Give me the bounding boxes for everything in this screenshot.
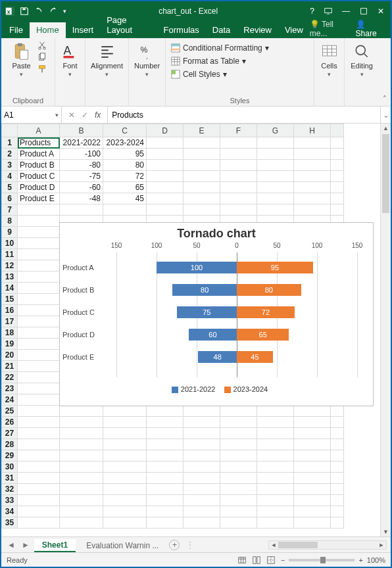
- cell-B33[interactable]: [60, 495, 103, 506]
- cell-A17[interactable]: [18, 316, 60, 327]
- cell-F3[interactable]: [220, 160, 257, 171]
- expand-formula-bar-icon[interactable]: ⌄: [380, 106, 391, 123]
- chevron-down-icon[interactable]: ▾: [55, 112, 59, 118]
- row-header-34[interactable]: 34: [2, 506, 18, 517]
- zoom-in-icon[interactable]: +: [358, 556, 362, 564]
- col-header-C[interactable]: C: [103, 124, 147, 137]
- cell-C27[interactable]: [103, 428, 147, 439]
- chart-bar-series1[interactable]: 48: [198, 351, 237, 363]
- page-break-view-icon[interactable]: [266, 556, 276, 565]
- cell-F30[interactable]: [220, 462, 257, 473]
- chart-bar-series2[interactable]: 72: [237, 306, 295, 318]
- row-header-4[interactable]: 4: [2, 171, 18, 182]
- cell-A32[interactable]: [18, 484, 60, 495]
- cell-B7[interactable]: [60, 204, 103, 216]
- cell-E33[interactable]: [184, 495, 220, 506]
- maximize-icon[interactable]: [359, 7, 368, 16]
- chart-bar-series1[interactable]: 100: [157, 262, 237, 273]
- cell-A2[interactable]: Product A: [18, 149, 60, 160]
- row-header-10[interactable]: 10: [2, 238, 18, 249]
- row-header-31[interactable]: 31: [2, 473, 18, 484]
- cell-D4[interactable]: [147, 171, 184, 182]
- cell-C33[interactable]: [103, 495, 147, 506]
- cell-F7[interactable]: [220, 204, 257, 216]
- cell-G34[interactable]: [257, 506, 294, 517]
- cell-B26[interactable]: [60, 417, 103, 428]
- cell-C34[interactable]: [103, 506, 147, 517]
- cell-H1[interactable]: [294, 137, 331, 149]
- tab-formulas[interactable]: Formulas: [157, 22, 206, 38]
- cell-E28[interactable]: [184, 439, 220, 450]
- cell-D25[interactable]: [147, 406, 184, 417]
- cell-G29[interactable]: [257, 450, 294, 462]
- cell-F28[interactable]: [220, 439, 257, 450]
- cell-E31[interactable]: [184, 473, 220, 484]
- cell-B4[interactable]: -75: [60, 171, 103, 182]
- col-header-F[interactable]: F: [220, 124, 257, 137]
- cell-D30[interactable]: [147, 462, 184, 473]
- col-header-G[interactable]: G: [257, 124, 294, 137]
- cell-C5[interactable]: 65: [103, 182, 147, 193]
- cell-F2[interactable]: [220, 149, 257, 160]
- cell-C3[interactable]: 80: [103, 160, 147, 171]
- col-header-A[interactable]: A: [18, 124, 60, 137]
- cell-C4[interactable]: 72: [103, 171, 147, 182]
- scroll-up-icon[interactable]: ▲: [381, 124, 391, 133]
- formula-input[interactable]: Products: [108, 106, 380, 123]
- cell-C31[interactable]: [103, 473, 147, 484]
- cell-C2[interactable]: 95: [103, 149, 147, 160]
- zoom-out-icon[interactable]: −: [281, 556, 285, 564]
- cell-D26[interactable]: [147, 417, 184, 428]
- cell-A4[interactable]: Product C: [18, 171, 60, 182]
- tab-home[interactable]: Home: [30, 22, 66, 38]
- cell-D33[interactable]: [147, 495, 184, 506]
- enter-formula-icon[interactable]: ✓: [82, 110, 88, 120]
- col-header-B[interactable]: B: [60, 124, 103, 137]
- cell-H2[interactable]: [294, 149, 331, 160]
- cell-H27[interactable]: [294, 428, 331, 439]
- row-header-3[interactable]: 3: [2, 160, 18, 171]
- tab-review[interactable]: Review: [237, 22, 278, 38]
- cell-G5[interactable]: [257, 182, 294, 193]
- cell-A35[interactable]: [18, 517, 60, 529]
- cell-G3[interactable]: [257, 160, 294, 171]
- cell-A24[interactable]: [18, 394, 60, 406]
- cell-E30[interactable]: [184, 462, 220, 473]
- cell-F26[interactable]: [220, 417, 257, 428]
- cell-B1[interactable]: 2021-2022: [60, 137, 103, 149]
- row-header-26[interactable]: 26: [2, 417, 18, 428]
- cell-G4[interactable]: [257, 171, 294, 182]
- cell-A20[interactable]: [18, 350, 60, 361]
- row-header-23[interactable]: 23: [2, 383, 18, 394]
- row-header-30[interactable]: 30: [2, 462, 18, 473]
- format-as-table-button[interactable]: Format as Table ▾: [171, 57, 246, 66]
- share-button[interactable]: 👤 Share: [356, 20, 385, 38]
- row-header-7[interactable]: 7: [2, 204, 18, 216]
- cell-A23[interactable]: [18, 383, 60, 394]
- cell-G28[interactable]: [257, 439, 294, 450]
- cell-H29[interactable]: [294, 450, 331, 462]
- zoom-slider[interactable]: [289, 559, 355, 561]
- row-header-20[interactable]: 20: [2, 350, 18, 361]
- editing-button[interactable]: Editing▾: [348, 41, 376, 79]
- cell-B34[interactable]: [60, 506, 103, 517]
- chart-bar-series1[interactable]: 60: [189, 329, 237, 341]
- cell-G27[interactable]: [257, 428, 294, 439]
- conditional-formatting-button[interactable]: Conditional Formatting ▾: [171, 43, 269, 53]
- cell-F1[interactable]: [220, 137, 257, 149]
- cell-G31[interactable]: [257, 473, 294, 484]
- cell-D32[interactable]: [147, 484, 184, 495]
- cell-D29[interactable]: [147, 450, 184, 462]
- col-header-H[interactable]: H: [294, 124, 331, 137]
- tab-page-layout[interactable]: Page Layout: [100, 12, 157, 38]
- tell-me[interactable]: 💡 Tell me...: [310, 20, 349, 38]
- cell-B30[interactable]: [60, 462, 103, 473]
- row-header-16[interactable]: 16: [2, 305, 18, 316]
- cell-F5[interactable]: [220, 182, 257, 193]
- cell-E29[interactable]: [184, 450, 220, 462]
- cell-G1[interactable]: [257, 137, 294, 149]
- row-header-5[interactable]: 5: [2, 182, 18, 193]
- cell-H28[interactable]: [294, 439, 331, 450]
- tab-nav-next-icon[interactable]: ►: [20, 540, 32, 550]
- cell-A8[interactable]: [18, 216, 60, 227]
